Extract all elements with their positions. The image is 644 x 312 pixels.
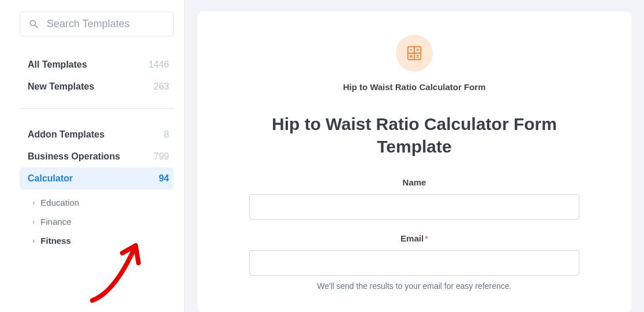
search-icon: [28, 18, 40, 30]
subcat-label: Finance: [40, 217, 71, 226]
email-helper-text: We'll send the results to your email for…: [249, 281, 579, 291]
cat-count: 8: [164, 129, 169, 140]
name-input[interactable]: [249, 194, 579, 220]
template-small-title: Hip to Waist Ratio Calculator Form: [249, 82, 579, 92]
cat-calculator[interactable]: Calculator 94: [20, 168, 174, 190]
cat-business-operations[interactable]: Business Operations 799: [20, 146, 174, 168]
template-preview-card: Hip to Waist Ratio Calculator Form Hip t…: [197, 12, 631, 312]
search-input[interactable]: [47, 18, 165, 30]
email-input[interactable]: [249, 250, 579, 276]
required-mark: *: [425, 233, 428, 243]
email-label: Email*: [249, 233, 579, 243]
categories-list: Addon Templates 8 Business Operations 79…: [20, 124, 174, 250]
cat-count: 1446: [148, 60, 169, 70]
cat-addon-templates[interactable]: Addon Templates 8: [20, 124, 174, 146]
cat-label: New Templates: [28, 81, 94, 92]
cat-count: 94: [159, 173, 169, 184]
cat-label: Addon Templates: [28, 129, 104, 140]
template-big-title: Hip to Waist Ratio Calculator Form Templ…: [249, 113, 579, 158]
search-box[interactable]: [20, 12, 174, 36]
subcat-label: Fitness: [40, 236, 71, 246]
cat-count: 799: [153, 151, 169, 162]
calculator-icon: [396, 35, 433, 72]
divider: [20, 108, 174, 109]
name-label: Name: [249, 177, 579, 187]
cat-count: 263: [153, 81, 169, 92]
top-categories: All Templates 1446 New Templates 263: [20, 54, 174, 98]
chevron-right-icon: ›: [32, 217, 35, 226]
subcat-education[interactable]: › Education: [20, 193, 174, 212]
main-area: Hip to Waist Ratio Calculator Form Hip t…: [185, 0, 644, 312]
cat-label: Business Operations: [28, 151, 120, 162]
subcat-fitness[interactable]: › Fitness: [20, 231, 174, 250]
chevron-right-icon: ›: [32, 198, 35, 207]
subcategories: › Education › Finance › Fitness: [20, 193, 174, 250]
subcat-label: Education: [40, 198, 79, 207]
cat-label: All Templates: [28, 60, 87, 70]
cat-label: Calculator: [28, 173, 73, 184]
chevron-right-icon: ›: [32, 236, 35, 245]
sidebar: All Templates 1446 New Templates 263 Add…: [0, 0, 185, 312]
cat-all-templates[interactable]: All Templates 1446: [20, 54, 174, 76]
subcat-finance[interactable]: › Finance: [20, 212, 174, 231]
cat-new-templates[interactable]: New Templates 263: [20, 76, 174, 98]
